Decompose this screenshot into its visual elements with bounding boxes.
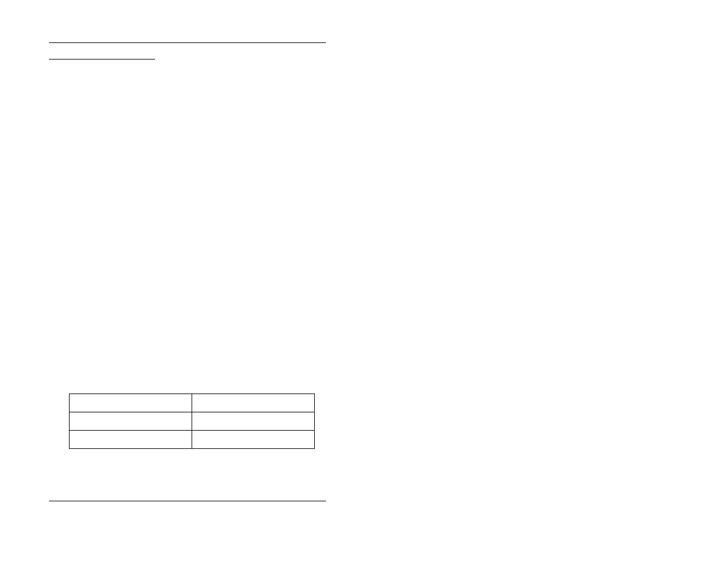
table-cell xyxy=(192,394,315,412)
table-cell xyxy=(70,412,192,431)
table-row xyxy=(70,412,315,431)
table-grid xyxy=(69,394,315,449)
table-cell xyxy=(70,431,192,449)
rule-line-bottom xyxy=(49,501,326,501)
table-cell xyxy=(192,431,315,449)
table-row xyxy=(70,394,315,412)
table-row xyxy=(70,431,315,449)
rule-line-top-2 xyxy=(49,59,155,59)
table-cell xyxy=(70,394,192,412)
rule-line-top-1 xyxy=(49,42,326,43)
table-cell xyxy=(192,412,315,431)
